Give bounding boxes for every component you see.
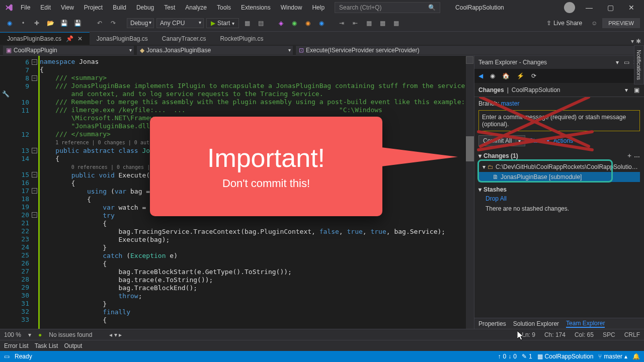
drop-icon[interactable]: ▾ [623,86,630,94]
collapse-icon[interactable]: − [32,59,37,65]
comment-out-button[interactable]: ⇥ [336,18,347,29]
drop-all-link[interactable]: Drop All [486,195,507,202]
platform-dropdown[interactable]: Any CPU [156,18,204,28]
stash-link[interactable]: Stash ▾ [529,137,549,144]
menu-file[interactable]: File [16,2,35,14]
git-sync[interactable]: ↑0 ↓0 [498,353,517,360]
menu-debug[interactable]: Debug [131,2,159,14]
pin-icon[interactable]: 📌 [66,35,73,42]
forward-button[interactable]: • [18,18,29,29]
scroll-thumb[interactable] [466,136,474,161]
ext-a[interactable]: ▦ [363,18,374,29]
notifications-bell-icon[interactable]: 🔔 [632,353,640,360]
menu-edit[interactable]: Edit [35,2,56,14]
tab-jonaspluginbase[interactable]: JonasPluginBase.cs 📌 ✕ [0,32,90,45]
branch-name[interactable]: master [501,100,520,107]
new-window-icon[interactable]: ▣ [633,86,640,94]
back-button[interactable]: ◉ [4,18,15,29]
commit-all-button[interactable]: Commit All ▾ [478,135,525,146]
tab-output[interactable]: Output [64,342,82,349]
status-branch[interactable]: ⑂master ▴ [598,353,627,360]
maximize-button[interactable]: ▢ [600,1,620,15]
pane-dropdown-icon[interactable]: ▾ [613,59,622,66]
menu-tools[interactable]: Tools [212,2,236,14]
tab-properties[interactable]: Properties [478,320,506,327]
menu-window[interactable]: Window [276,2,307,14]
team-refresh-icon[interactable]: ⟳ [531,72,536,79]
collapse-icon[interactable]: − [32,172,37,177]
avatar[interactable] [564,2,575,13]
search-input[interactable]: Search (Ctrl+Q) 🔍 [335,2,440,13]
open-button[interactable]: 📂 [45,18,56,29]
submodule-row[interactable]: 🗎 JonasPluginBase [submodule] [478,172,640,182]
tab-rocketplugin[interactable]: RocketPlugin.cs [213,32,270,45]
menu-test[interactable]: Test [159,2,180,14]
actions-link[interactable]: Actions [553,137,573,144]
git-pending[interactable]: ✎1 [522,353,532,360]
save-button[interactable]: 💾 [58,18,69,29]
tab-team-explorer[interactable]: Team Explorer [566,320,605,328]
redo-button[interactable]: ↷ [108,18,119,29]
feedback-button[interactable]: ☺ [589,18,600,29]
add-icon[interactable]: ＋ … [626,151,640,160]
team-forward-icon[interactable]: ◉ [490,72,495,79]
menu-build[interactable]: Build [108,2,131,14]
tab-task-list[interactable]: Task List [35,342,58,349]
minimize-button[interactable]: — [579,1,599,15]
collapse-icon[interactable]: − [32,188,37,194]
new-button[interactable]: ✚ [31,18,42,29]
screwdriver-icon[interactable]: 🔧 [2,90,10,98]
ext-b[interactable]: ▦ [377,18,388,29]
team-home-icon[interactable]: 🏠 [502,72,510,79]
uncomment-button[interactable]: ⇤ [350,18,361,29]
scrollbar[interactable] [466,56,474,329]
menu-help[interactable]: Help [307,2,330,14]
tb-ext-1[interactable]: ▦ [242,18,253,29]
pencil-icon: ✎ [522,353,527,360]
start-button[interactable]: ▶ Start ▾ [206,18,239,28]
tree-folder-row[interactable]: ▾ 🗀 C:\Dev\GitHub\CoolRappRockets\CoolRa… [478,162,640,172]
tab-error-list[interactable]: Error List [4,342,29,349]
save-all-button[interactable]: 💾 [72,18,83,29]
team-connect-icon[interactable]: ⚡ [517,72,524,79]
collapse-icon[interactable]: − [32,212,37,218]
undo-button[interactable]: ↶ [94,18,105,29]
close-tab-icon[interactable]: ✕ [77,35,83,42]
tb-org2[interactable]: ◉ [302,18,313,29]
status-solution[interactable]: ▦CoolRappSolution [537,353,594,360]
tab-jonaspluginbag[interactable]: JonasPluginBag.cs [90,32,155,45]
tb-org1[interactable]: ◉ [289,18,300,29]
split-handle[interactable] [466,56,473,64]
tb-org3[interactable]: ◉ [316,18,327,29]
changes-section[interactable]: ▾ Changes (1) ＋ … [478,151,640,160]
collapse-icon[interactable]: − [32,148,37,153]
close-button[interactable]: ✕ [621,1,641,15]
team-back-icon[interactable]: ◀ [478,72,483,79]
tab-dropdown-icon[interactable]: ▾ [631,38,634,45]
menu-view[interactable]: View [56,2,79,14]
docked-notifications-tab[interactable]: Notifications [634,45,644,84]
nav-arrows[interactable]: ◂ ▾ ▸ [109,331,122,338]
zoom-level[interactable]: 100 % [4,331,21,338]
tab-gear-icon[interactable]: ✱ [636,38,641,45]
commit-message-input[interactable]: Enter a commit message (required) or sta… [478,110,640,131]
live-share-button[interactable]: ⇪ Live Share [542,19,586,28]
ext-c[interactable]: ▦ [390,18,401,29]
breadcrumb-method[interactable]: ⊡ Execute(IServiceProvider serviceProvid… [296,46,641,55]
pin-icon[interactable]: ▭ [622,59,631,66]
annotation-callout: Important! Don't commit this! [150,117,382,216]
config-dropdown[interactable]: Debug [127,18,154,28]
collapse-icon[interactable]: − [32,75,37,81]
menu-extensions[interactable]: Extensions [236,2,276,14]
breadcrumb-class[interactable]: ◆ Jonas.JonasPluginBase [137,46,293,55]
tb-ext-2[interactable]: ▤ [255,18,266,29]
tab-canarytracer[interactable]: CanaryTracer.cs [155,32,213,45]
xrmtoolbox-icon[interactable]: ◈ [275,18,286,29]
status-eol[interactable]: CRLF [624,331,640,338]
menu-project[interactable]: Project [79,2,108,14]
status-indent[interactable]: SPC [603,331,615,338]
tab-solution-explorer[interactable]: Solution Explorer [513,320,559,327]
breadcrumb-project[interactable]: ▣ CoolRappPlugin [3,46,134,55]
stashes-section[interactable]: ▾ Stashes [478,186,640,193]
menu-analyze[interactable]: Analyze [180,2,212,14]
